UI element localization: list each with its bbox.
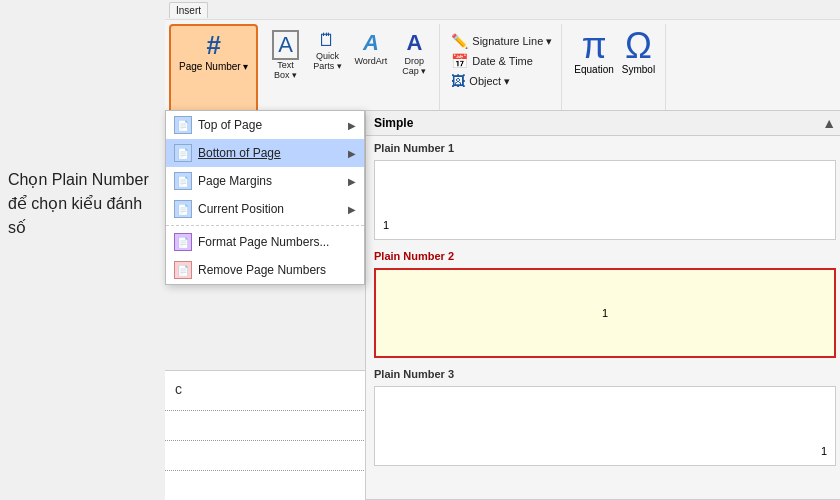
annotation-text: Chọn Plain Number để chọn kiểu đánh số	[0, 160, 165, 248]
plain-number-3-preview[interactable]: 1	[374, 386, 836, 466]
scroll-up-button[interactable]: ▲	[822, 115, 836, 131]
page-number-icon: #	[207, 30, 221, 61]
document-area: c	[165, 370, 365, 500]
menu-item-format[interactable]: 📄 Format Page Numbers...	[166, 228, 364, 256]
dropcap-label: DropCap ▾	[402, 56, 426, 76]
arrow-top: ▶	[348, 120, 356, 131]
dropdown-menu: 📄 Top of Page ▶ 📄 Bottom of Page ▶ 📄 Pag…	[165, 110, 365, 285]
menu-label-margins: Page Margins	[198, 174, 342, 188]
wordart-label: WordArt	[354, 56, 387, 66]
symbols-icons: π Equation Ω Symbol	[574, 28, 655, 75]
insert-items-list: ✏️ Signature Line ▾ 📅 Date & Time 🖼 Obje…	[448, 28, 555, 90]
date-label: Date & Time	[472, 55, 533, 67]
date-time-item[interactable]: 📅 Date & Time	[448, 52, 555, 70]
arrow-bottom: ▶	[348, 148, 356, 159]
plain-number-3-label: Plain Number 3	[366, 362, 840, 382]
page-number-label: Page Number ▾	[179, 61, 248, 72]
menu-item-margins[interactable]: 📄 Page Margins ▶	[166, 167, 364, 195]
textbox-icon: A	[272, 30, 299, 60]
menu-label-bottom: Bottom of Page	[198, 146, 342, 160]
symbol-button[interactable]: Ω Symbol	[622, 28, 655, 75]
plain-number-2-value: 1	[602, 307, 608, 319]
text-buttons: A TextBox ▾ 🗒 QuickParts ▾ A WordArt A D…	[266, 28, 433, 82]
menu-icon-bottom: 📄	[174, 144, 192, 162]
arrow-current: ▶	[348, 204, 356, 215]
menu-label-top: Top of Page	[198, 118, 342, 132]
quickparts-button[interactable]: 🗒 QuickParts ▾	[308, 28, 346, 73]
menu-label-format: Format Page Numbers...	[198, 235, 356, 249]
object-icon: 🖼	[451, 73, 465, 89]
menu-label-remove: Remove Page Numbers	[198, 263, 356, 277]
symbol-label: Symbol	[622, 64, 655, 75]
date-icon: 📅	[451, 53, 468, 69]
menu-icon-top: 📄	[174, 116, 192, 134]
wordart-button[interactable]: A WordArt	[350, 28, 391, 68]
doc-text-c: c	[175, 381, 182, 397]
menu-icon-margins: 📄	[174, 172, 192, 190]
menu-item-bottom[interactable]: 📄 Bottom of Page ▶	[166, 139, 364, 167]
menu-icon-remove: 📄	[174, 261, 192, 279]
ribbon-tab-bar: Insert	[165, 0, 840, 20]
plain-number-1-value: 1	[383, 219, 389, 231]
object-label: Object ▾	[469, 75, 510, 88]
tab-insert[interactable]: Insert	[169, 2, 208, 18]
signature-line-item[interactable]: ✏️ Signature Line ▾	[448, 32, 555, 50]
signature-icon: ✏️	[451, 33, 468, 49]
textbox-button[interactable]: A TextBox ▾	[266, 28, 304, 82]
symbol-icon: Ω	[625, 28, 652, 64]
plain-number-1-label: Plain Number 1	[366, 136, 840, 156]
menu-item-top[interactable]: 📄 Top of Page ▶	[166, 111, 364, 139]
equation-label: Equation	[574, 64, 613, 75]
menu-icon-current: 📄	[174, 200, 192, 218]
menu-item-remove[interactable]: 📄 Remove Page Numbers	[166, 256, 364, 284]
textbox-label: TextBox ▾	[274, 60, 297, 80]
plain-number-2-label: Plain Number 2	[366, 244, 840, 264]
menu-label-current: Current Position	[198, 202, 342, 216]
submenu-title: Simple	[374, 116, 413, 130]
menu-icon-format: 📄	[174, 233, 192, 251]
menu-divider	[166, 225, 364, 226]
plain-number-3-value: 1	[821, 445, 827, 457]
dropcap-button[interactable]: A DropCap ▾	[395, 28, 433, 78]
quickparts-icon: 🗒	[318, 30, 336, 51]
wordart-icon: A	[363, 30, 379, 56]
submenu-panel: Simple ▲ Plain Number 1 1 Plain Number 2…	[365, 110, 840, 500]
arrow-margins: ▶	[348, 176, 356, 187]
plain-number-2-preview[interactable]: 1	[374, 268, 836, 358]
quickparts-label: QuickParts ▾	[313, 51, 342, 71]
menu-item-current[interactable]: 📄 Current Position ▶	[166, 195, 364, 223]
equation-icon: π	[582, 28, 607, 64]
object-item[interactable]: 🖼 Object ▾	[448, 72, 555, 90]
plain-number-1-preview[interactable]: 1	[374, 160, 836, 240]
signature-label: Signature Line ▾	[472, 35, 552, 48]
dropcap-icon: A	[406, 30, 422, 56]
submenu-header: Simple ▲	[366, 111, 840, 136]
equation-button[interactable]: π Equation	[574, 28, 613, 75]
